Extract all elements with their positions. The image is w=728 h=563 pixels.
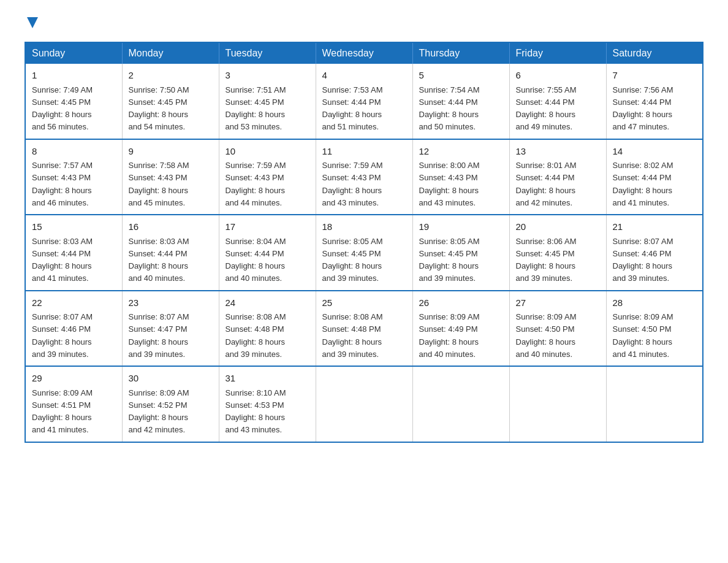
day-number: 29	[32, 372, 116, 386]
day-cell	[509, 366, 606, 442]
day-number: 23	[129, 296, 213, 310]
day-number: 20	[516, 220, 600, 234]
day-info: Sunrise: 8:09 AMSunset: 4:50 PMDaylight:…	[516, 312, 577, 359]
day-cell: 25 Sunrise: 8:08 AMSunset: 4:48 PMDaylig…	[316, 291, 412, 367]
day-number: 21	[613, 220, 697, 234]
day-cell: 30 Sunrise: 8:09 AMSunset: 4:52 PMDaylig…	[122, 366, 219, 442]
day-number: 13	[516, 145, 600, 159]
day-number: 30	[129, 372, 213, 386]
day-info: Sunrise: 7:51 AMSunset: 4:45 PMDaylight:…	[226, 85, 286, 132]
day-cell: 2 Sunrise: 7:50 AMSunset: 4:45 PMDayligh…	[122, 64, 219, 139]
day-cell: 16 Sunrise: 8:03 AMSunset: 4:44 PMDaylig…	[122, 215, 219, 291]
day-cell	[606, 366, 703, 442]
day-info: Sunrise: 8:06 AMSunset: 4:45 PMDaylight:…	[516, 237, 577, 283]
header-friday: Friday	[509, 42, 606, 64]
day-cell: 19 Sunrise: 8:05 AMSunset: 4:45 PMDaylig…	[412, 215, 509, 291]
header-sunday: Sunday	[25, 42, 122, 64]
day-cell: 13 Sunrise: 8:01 AMSunset: 4:44 PMDaylig…	[509, 139, 606, 215]
day-number: 17	[226, 220, 309, 234]
header-thursday: Thursday	[412, 42, 509, 64]
day-cell	[316, 366, 412, 442]
day-cell: 12 Sunrise: 8:00 AMSunset: 4:43 PMDaylig…	[412, 139, 509, 215]
calendar-header-row: SundayMondayTuesdayWednesdayThursdayFrid…	[25, 42, 703, 64]
day-number: 25	[322, 296, 406, 310]
day-number: 18	[322, 220, 406, 234]
day-cell	[412, 366, 509, 442]
day-info: Sunrise: 8:09 AMSunset: 4:52 PMDaylight:…	[129, 388, 189, 435]
day-cell: 21 Sunrise: 8:07 AMSunset: 4:46 PMDaylig…	[606, 215, 703, 291]
calendar-table: SundayMondayTuesdayWednesdayThursdayFrid…	[25, 42, 703, 443]
day-cell: 22 Sunrise: 8:07 AMSunset: 4:46 PMDaylig…	[25, 291, 122, 367]
day-cell: 4 Sunrise: 7:53 AMSunset: 4:44 PMDayligh…	[316, 64, 412, 139]
day-number: 7	[613, 69, 697, 83]
day-cell: 28 Sunrise: 8:09 AMSunset: 4:50 PMDaylig…	[606, 291, 703, 367]
day-info: Sunrise: 8:09 AMSunset: 4:49 PMDaylight:…	[419, 312, 480, 359]
day-info: Sunrise: 8:10 AMSunset: 4:53 PMDaylight:…	[226, 388, 286, 435]
day-info: Sunrise: 7:58 AMSunset: 4:43 PMDaylight:…	[129, 161, 189, 207]
day-info: Sunrise: 8:03 AMSunset: 4:44 PMDaylight:…	[129, 237, 189, 283]
day-cell: 18 Sunrise: 8:05 AMSunset: 4:45 PMDaylig…	[316, 215, 412, 291]
day-info: Sunrise: 8:02 AMSunset: 4:44 PMDaylight:…	[613, 161, 673, 207]
day-number: 16	[129, 220, 213, 234]
day-cell: 11 Sunrise: 7:59 AMSunset: 4:43 PMDaylig…	[316, 139, 412, 215]
day-cell: 14 Sunrise: 8:02 AMSunset: 4:44 PMDaylig…	[606, 139, 703, 215]
day-cell: 15 Sunrise: 8:03 AMSunset: 4:44 PMDaylig…	[25, 215, 122, 291]
day-cell: 31 Sunrise: 8:10 AMSunset: 4:53 PMDaylig…	[219, 366, 316, 442]
day-cell: 7 Sunrise: 7:56 AMSunset: 4:44 PMDayligh…	[606, 64, 703, 139]
day-info: Sunrise: 7:50 AMSunset: 4:45 PMDaylight:…	[129, 85, 189, 132]
day-info: Sunrise: 8:07 AMSunset: 4:46 PMDaylight:…	[32, 312, 93, 359]
day-info: Sunrise: 7:49 AMSunset: 4:45 PMDaylight:…	[32, 85, 93, 132]
logo	[25, 18, 39, 29]
day-number: 1	[32, 69, 116, 83]
day-info: Sunrise: 8:05 AMSunset: 4:45 PMDaylight:…	[419, 237, 480, 283]
day-info: Sunrise: 8:01 AMSunset: 4:44 PMDaylight:…	[516, 161, 577, 207]
day-number: 19	[419, 220, 503, 234]
week-row-1: 1 Sunrise: 7:49 AMSunset: 4:45 PMDayligh…	[25, 64, 703, 139]
day-cell: 17 Sunrise: 8:04 AMSunset: 4:44 PMDaylig…	[219, 215, 316, 291]
day-number: 28	[613, 296, 697, 310]
day-cell: 27 Sunrise: 8:09 AMSunset: 4:50 PMDaylig…	[509, 291, 606, 367]
logo-arrow-icon	[26, 16, 39, 29]
week-row-2: 8 Sunrise: 7:57 AMSunset: 4:43 PMDayligh…	[25, 139, 703, 215]
week-row-3: 15 Sunrise: 8:03 AMSunset: 4:44 PMDaylig…	[25, 215, 703, 291]
day-info: Sunrise: 7:56 AMSunset: 4:44 PMDaylight:…	[613, 85, 673, 132]
day-cell: 23 Sunrise: 8:07 AMSunset: 4:47 PMDaylig…	[122, 291, 219, 367]
day-info: Sunrise: 8:05 AMSunset: 4:45 PMDaylight:…	[322, 237, 383, 283]
svg-marker-0	[27, 17, 38, 28]
day-info: Sunrise: 8:07 AMSunset: 4:47 PMDaylight:…	[129, 312, 189, 359]
day-number: 9	[129, 145, 213, 159]
week-row-5: 29 Sunrise: 8:09 AMSunset: 4:51 PMDaylig…	[25, 366, 703, 442]
day-info: Sunrise: 7:53 AMSunset: 4:44 PMDaylight:…	[322, 85, 383, 132]
header-monday: Monday	[122, 42, 219, 64]
day-info: Sunrise: 7:57 AMSunset: 4:43 PMDaylight:…	[32, 161, 93, 207]
day-number: 6	[516, 69, 600, 83]
day-cell: 10 Sunrise: 7:59 AMSunset: 4:43 PMDaylig…	[219, 139, 316, 215]
day-number: 31	[226, 372, 309, 386]
day-info: Sunrise: 8:04 AMSunset: 4:44 PMDaylight:…	[226, 237, 286, 283]
day-info: Sunrise: 8:03 AMSunset: 4:44 PMDaylight:…	[32, 237, 93, 283]
day-cell: 20 Sunrise: 8:06 AMSunset: 4:45 PMDaylig…	[509, 215, 606, 291]
day-info: Sunrise: 8:00 AMSunset: 4:43 PMDaylight:…	[419, 161, 480, 207]
day-info: Sunrise: 7:55 AMSunset: 4:44 PMDaylight:…	[516, 85, 577, 132]
day-number: 2	[129, 69, 213, 83]
day-info: Sunrise: 8:09 AMSunset: 4:51 PMDaylight:…	[32, 388, 93, 435]
day-cell: 5 Sunrise: 7:54 AMSunset: 4:44 PMDayligh…	[412, 64, 509, 139]
day-cell: 3 Sunrise: 7:51 AMSunset: 4:45 PMDayligh…	[219, 64, 316, 139]
week-row-4: 22 Sunrise: 8:07 AMSunset: 4:46 PMDaylig…	[25, 291, 703, 367]
day-number: 4	[322, 69, 406, 83]
day-number: 5	[419, 69, 503, 83]
day-number: 14	[613, 145, 697, 159]
day-cell: 1 Sunrise: 7:49 AMSunset: 4:45 PMDayligh…	[25, 64, 122, 139]
header-saturday: Saturday	[606, 42, 703, 64]
day-cell: 29 Sunrise: 8:09 AMSunset: 4:51 PMDaylig…	[25, 366, 122, 442]
day-cell: 26 Sunrise: 8:09 AMSunset: 4:49 PMDaylig…	[412, 291, 509, 367]
day-number: 22	[32, 296, 116, 310]
day-info: Sunrise: 8:08 AMSunset: 4:48 PMDaylight:…	[226, 312, 286, 359]
day-number: 8	[32, 145, 116, 159]
page-header	[25, 18, 703, 29]
day-cell: 8 Sunrise: 7:57 AMSunset: 4:43 PMDayligh…	[25, 139, 122, 215]
day-info: Sunrise: 7:59 AMSunset: 4:43 PMDaylight:…	[226, 161, 286, 207]
day-number: 12	[419, 145, 503, 159]
day-info: Sunrise: 8:07 AMSunset: 4:46 PMDaylight:…	[613, 237, 673, 283]
day-number: 24	[226, 296, 309, 310]
